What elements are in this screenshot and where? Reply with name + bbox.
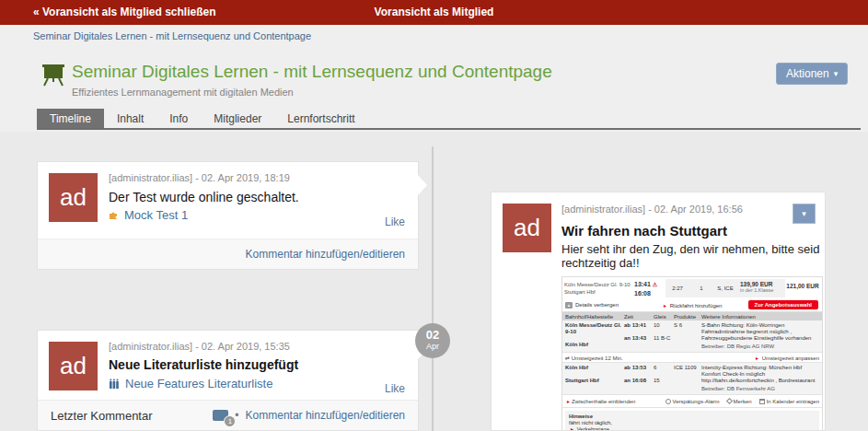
seg-operator: Betreiber: DB Fernverkehr AG [701, 386, 819, 392]
tab-inhalt[interactable]: Inhalt [104, 109, 156, 128]
red-arrow-icon: ▸ [571, 426, 573, 431]
card-arrow [418, 175, 427, 195]
seg-produkt: S 6 [674, 322, 701, 350]
red-arrow-icon: ▸ [756, 355, 758, 361]
timeline-line [432, 146, 434, 431]
bahn-duration: 2:27 [665, 285, 689, 291]
seg-from: Köln Messe/Deutz Gl. 9-10 [565, 322, 624, 335]
seg-operator: Betreiber: DB Regio AG NRW [701, 344, 819, 350]
col-produkte: Produkte [674, 314, 701, 320]
timeline-area: 02 Apr ad [administrator.ilias] - 02. Ap… [0, 132, 868, 431]
seg-info: Intercity-Express Richtung: München Hbf … [701, 365, 819, 384]
tab-info[interactable]: Info [156, 109, 201, 128]
calendar-icon [759, 399, 765, 404]
seg-to: Stuttgart Hbf [565, 378, 624, 384]
breadcrumb[interactable]: Seminar Digitales Lernen - mit Lernseque… [33, 30, 311, 41]
post-meta: [administrator.ilias] - 02. Apr 2019, 16… [561, 204, 825, 215]
bahn-details-toggle: Details verbergen [575, 302, 619, 308]
notes-verkehrstage-link: Verkehrstage [577, 426, 609, 431]
seg-gleis-dep: 10 [654, 322, 674, 329]
test-puzzle-icon [109, 210, 119, 220]
col-info: Weitere Informationen [701, 314, 819, 320]
preview-title: Voransicht als Mitglied [0, 6, 868, 18]
card-arrow [491, 204, 492, 225]
bahn-screenshot[interactable]: Köln Messe/Deutz Gl. 9-10 Stuttgart Hbf … [561, 276, 823, 431]
bahn-notes: Hinweise fährt nicht täglich, ▸ Verkehrs… [565, 411, 819, 431]
bahn-transfer-row: ⇄ Umsteigezeit 12 Min. ▸ Umsteigezeit an… [562, 353, 822, 363]
bahn-offer-button: Zur Angebotsauswahl [748, 300, 818, 309]
pin-icon [726, 398, 733, 404]
seminar-icon [41, 63, 65, 87]
seg-gleis-dep: 6 [654, 365, 674, 371]
bahn-return-link: Rückfahrt hinzufügen [670, 303, 723, 309]
bahn-actions-row: ▸ Zwischenhalte einblenden Verspätungs-A… [562, 395, 822, 408]
post-meta: [administrator.ilias] - 02. Apr 2019, 18… [109, 172, 418, 183]
like-button[interactable]: Like [385, 216, 405, 228]
avatar: ad [503, 204, 551, 252]
tab-timeline[interactable]: Timeline [37, 109, 104, 128]
post-meta: [administrator.ilias] - 02. Apr 2019, 15… [109, 341, 418, 352]
seg-produkt: ICE 1109 [674, 365, 701, 392]
bibliography-icon [109, 379, 120, 389]
alarm-icon [665, 399, 671, 404]
object-link-literaturliste[interactable]: Neue Features Literaturliste [109, 377, 418, 390]
post-title: Der Test wurde online geschaltet. [109, 190, 418, 204]
actions-button[interactable]: Aktionen ▾ [776, 63, 848, 85]
notes-title: Hinweise [569, 414, 816, 420]
object-link-label: Mock Test 1 [124, 208, 188, 222]
bahn-to: Stuttgart Hbf [564, 288, 634, 296]
like-button[interactable]: Like [385, 382, 405, 395]
object-link-mock-test[interactable]: Mock Test 1 [109, 208, 418, 222]
post-dropdown-button[interactable]: ▾ [793, 204, 816, 224]
bahn-price-second-class: 121,00 EUR [785, 279, 820, 297]
comments-count-badge: 1 [224, 415, 236, 427]
seg-from: Köln Hbf [565, 365, 624, 371]
seg-arr: an 13:43 [624, 335, 654, 342]
seg-dep: ab 13:41 [624, 322, 654, 329]
last-comment-label: Letzter Kommentar [51, 409, 153, 423]
tab-lernfortschritt[interactable]: Lernfortschritt [274, 109, 367, 128]
add-comment-link[interactable]: Kommentar hinzufügen/editieren [246, 409, 405, 422]
tab-mitglieder[interactable]: Mitglieder [201, 109, 274, 128]
seg-arr: an 16:08 [624, 378, 654, 384]
bahn-from: Köln Messe/Deutz Gl. 9-10 [564, 281, 634, 288]
col-gleis: Gleis [654, 314, 674, 320]
seg-to: Köln Hbf [565, 342, 624, 348]
bahn-summary-row: Köln Messe/Deutz Gl. 9-10 Stuttgart Hbf … [562, 277, 822, 298]
bahn-details-row: ▴ Details verbergen ▸ Rückfahrt hinzufüg… [562, 298, 822, 312]
bahn-price-first-class: 139,90 EUR [740, 281, 785, 287]
bahn-changes: 1 [689, 285, 713, 291]
bahn-segment-2: Köln Hbf Stuttgart Hbf ab 13:53 an 16:08… [562, 363, 822, 395]
col-zeit: Zeit [624, 314, 654, 320]
post-title: Wir fahren nach Stuttgart [561, 223, 825, 239]
page-title: Seminar Digitales Lernen - mit Lernseque… [72, 62, 552, 82]
transfer-label: Umsteigezeit 12 Min. [572, 355, 623, 361]
object-link-label: Neue Features Literaturliste [125, 377, 272, 390]
bahn-arr-time: 16:08 [634, 289, 665, 297]
red-arrow-icon: ▸ [664, 303, 666, 309]
badge-month: Apr [415, 342, 450, 351]
transfer-adjust-link: Umsteigezeit anpassen [762, 355, 819, 361]
badge-day: 02 [415, 328, 450, 342]
tab-bar: Timeline Inhalt Info Mitglieder Lernfort… [37, 109, 861, 130]
page-subtitle: Effizientes Lernmanagement mit digitalen… [72, 87, 294, 98]
bahn-alarm-label: Verspätungs-Alarm [673, 399, 720, 404]
chevron-down-icon: ▾ [802, 209, 806, 218]
col-station: Bahnhof/Haltestelle [565, 314, 624, 320]
bahn-products: S, ICE [713, 285, 737, 291]
bahn-save-label: Merken [734, 399, 752, 404]
avatar: ad [49, 173, 98, 222]
bahn-calendar-label: In Kalender eintragen [767, 399, 819, 404]
chevron-down-icon: ▾ [834, 69, 839, 78]
red-arrow-icon: ▸ [567, 398, 570, 404]
timeline-post-stuttgart: ad ▾ [administrator.ilias] - 02. Apr 201… [491, 192, 826, 431]
post-text: Hier seht ihr den Zug, den wir nehmen, b… [561, 242, 825, 270]
comments-icon[interactable]: 1 [213, 410, 228, 421]
notes-line1: fährt nicht täglich, [569, 420, 816, 426]
add-comment-link[interactable]: Kommentar hinzufügen/editieren [246, 248, 405, 261]
collapse-icon: ▴ [565, 302, 573, 309]
seg-gleis-arr: 11 B-C [654, 335, 674, 342]
timeline-date-badge: 02 Apr [415, 323, 450, 358]
seg-dep: ab 13:53 [624, 365, 654, 371]
post-title: Neue Literaturliste hinzugefügt [109, 357, 418, 372]
